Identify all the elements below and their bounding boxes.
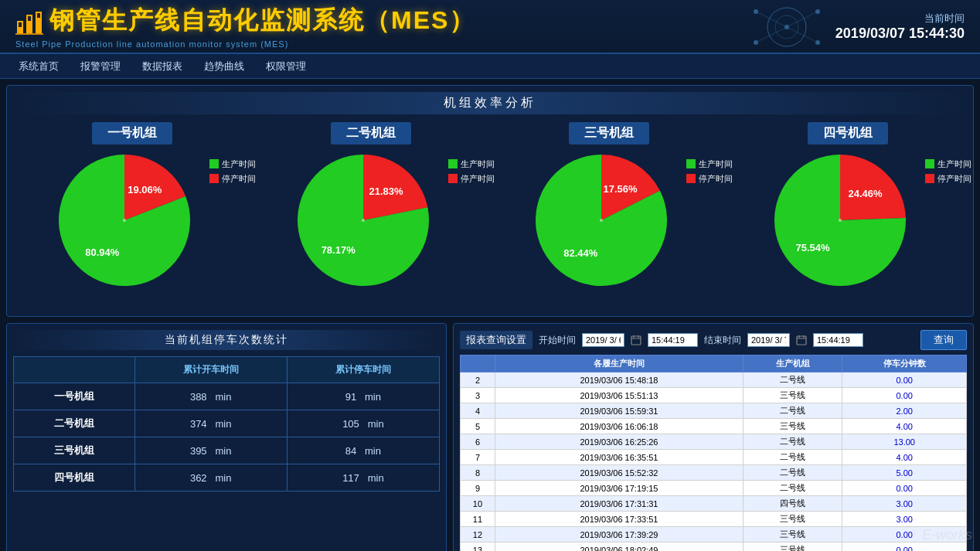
chart-container-4: 24.46% 75.54% 生产时间 停产时间 (771, 151, 925, 305)
charts-row: 一号机组 19.06% 80.94% 生产时间 停产时间 (13, 121, 967, 306)
navbar: 系统首页 报警管理 数据报表 趋势曲线 权限管理 (0, 54, 980, 79)
grid-cell-num: 10 (461, 496, 495, 512)
grid-cell-machine: 三号线 (744, 527, 842, 542)
grid-cell-num: 7 (461, 450, 495, 465)
machine-label-3: 三号机组 (569, 122, 649, 145)
svg-text:19.06%: 19.06% (128, 183, 163, 195)
svg-point-27 (839, 219, 842, 222)
end-date-input[interactable] (747, 333, 790, 347)
efficiency-panel: 机组效率分析 一号机组 19.06% 80.94% 生产时间 (6, 85, 974, 317)
stop-dot-1 (209, 174, 219, 183)
grid-cell-machine: 二号线 (744, 465, 842, 481)
grid-cell-num: 8 (461, 465, 495, 481)
grid-cell-minutes: 0.00 (842, 372, 967, 388)
legend-production-1: 生产时间 (209, 158, 256, 170)
grid-cell-machine: 三号线 (744, 419, 842, 434)
nav-item-home[interactable]: 系统首页 (8, 56, 70, 77)
grid-row: 10 2019/03/06 17:31:31 四号线 3.00 (461, 496, 967, 512)
grid-row: 3 2019/03/06 15:51:13 三号线 0.00 (461, 388, 967, 403)
machine-name-2: 三号机组 (14, 437, 135, 464)
pie-chart-4: 24.46% 75.54% (771, 151, 910, 290)
grid-cell-machine: 三号线 (744, 388, 842, 403)
start-date-input[interactable] (582, 333, 624, 347)
grid-cell-machine: 二号线 (744, 372, 842, 388)
grid-cell-time: 2019/03/06 18:02:49 (495, 542, 743, 552)
svg-point-14 (754, 9, 758, 14)
grid-cell-time: 2019/03/06 17:31:31 (495, 496, 743, 512)
stop-dot-3 (686, 174, 696, 183)
header: 钢管生产线自动化监测系统（MES） Steel Pipe Production … (0, 0, 980, 54)
legend-stop-4: 停产时间 (925, 173, 971, 185)
svg-rect-6 (37, 13, 40, 18)
calendar-icon-start (631, 335, 641, 345)
svg-point-17 (815, 40, 820, 45)
legend-1: 生产时间 停产时间 (209, 158, 256, 188)
grid-cell-minutes: 0.00 (842, 542, 967, 552)
run-time-1: 374 min (134, 410, 287, 437)
legend-production-2: 生产时间 (448, 158, 495, 170)
end-time-input[interactable] (813, 333, 863, 347)
stats-row: 三号机组 395 min 84 min (14, 437, 440, 464)
legend-production-label-4: 生产时间 (937, 158, 971, 170)
grid-cell-num: 3 (461, 388, 495, 403)
grid-cell-time: 2019/03/06 15:59:31 (495, 403, 743, 419)
grid-cell-minutes: 4.00 (842, 450, 967, 465)
legend-production-3: 生产时间 (686, 158, 733, 170)
svg-text:82.44%: 82.44% (563, 247, 598, 258)
grid-cell-minutes: 4.00 (842, 419, 967, 434)
svg-point-15 (815, 9, 820, 14)
grid-cell-time: 2019/03/06 17:39:29 (495, 527, 743, 542)
col-run: 累计开车时间 (134, 357, 287, 383)
grid-col-time: 各履生产时间 (495, 355, 743, 372)
grid-row: 5 2019/03/06 16:06:18 三号线 4.00 (461, 419, 967, 434)
svg-text:80.94%: 80.94% (85, 246, 120, 257)
nav-item-permission[interactable]: 权限管理 (255, 56, 317, 77)
nav-item-alarm[interactable]: 报警管理 (70, 56, 131, 77)
subtitle: Steel Pipe Production line automation mo… (15, 39, 475, 49)
svg-text:21.83%: 21.83% (369, 185, 403, 197)
stop-time-0: 91 min (287, 383, 439, 410)
grid-cell-time: 2019/03/06 15:51:13 (495, 388, 743, 403)
factory-icon (15, 7, 43, 35)
grid-cell-num: 6 (461, 434, 495, 450)
grid-cell-machine: 二号线 (744, 450, 842, 465)
grid-cell-num: 5 (461, 419, 495, 434)
header-left: 钢管生产线自动化监测系统（MES） Steel Pipe Production … (15, 4, 475, 49)
start-time-input[interactable] (648, 333, 698, 347)
pie-chart-1: 19.06% 80.94% (55, 151, 194, 290)
svg-text:78.17%: 78.17% (321, 243, 356, 255)
grid-col-num (461, 355, 495, 372)
legend-stop-label-1: 停产时间 (222, 173, 256, 185)
nav-item-trend[interactable]: 趋势曲线 (193, 56, 255, 77)
svg-point-24 (600, 219, 603, 222)
svg-text:75.54%: 75.54% (795, 242, 830, 253)
machine-name-1: 二号机组 (14, 410, 135, 437)
run-time-3: 362 min (134, 464, 287, 491)
grid-cell-num: 13 (461, 542, 495, 552)
col-stop: 累计停车时间 (287, 357, 439, 383)
run-time-2: 395 min (134, 437, 287, 464)
grid-row: 11 2019/03/06 17:33:51 三号线 3.00 (461, 512, 967, 527)
grid-cell-machine: 四号线 (744, 496, 842, 512)
grid-row: 12 2019/03/06 17:39:29 三号线 0.00 (461, 527, 967, 542)
grid-cell-minutes: 0.00 (842, 388, 967, 403)
main-content: 机组效率分析 一号机组 19.06% 80.94% 生产时间 (0, 79, 980, 551)
grid-cell-minutes: 3.00 (842, 496, 967, 512)
machine-label-4: 四号机组 (808, 122, 888, 145)
grid-cell-minutes: 13.00 (842, 434, 967, 450)
stats-table: 累计开车时间 累计停车时间 一号机组 388 min 91 min 二号机组 3… (13, 356, 440, 491)
grid-cell-num: 11 (461, 512, 495, 527)
query-button[interactable]: 查询 (920, 330, 967, 350)
grid-cell-minutes: 5.00 (842, 465, 967, 481)
svg-line-12 (756, 27, 787, 43)
production-dot-3 (686, 159, 696, 168)
nav-item-report[interactable]: 数据报表 (131, 56, 193, 77)
stop-time-1: 105 min (287, 410, 439, 437)
start-label: 开始时间 (539, 334, 576, 347)
current-time: 2019/03/07 15:44:30 (835, 26, 965, 42)
report-panel: 报表查询设置 开始时间 结束时间 查询 各履生产时间 生产机组 停车分钟数 2 … (453, 323, 974, 551)
machine-name-3: 四号机组 (14, 464, 135, 491)
production-dot-1 (209, 159, 219, 168)
grid-cell-time: 2019/03/06 16:06:18 (495, 419, 743, 434)
grid-cell-machine: 二号线 (744, 434, 842, 450)
